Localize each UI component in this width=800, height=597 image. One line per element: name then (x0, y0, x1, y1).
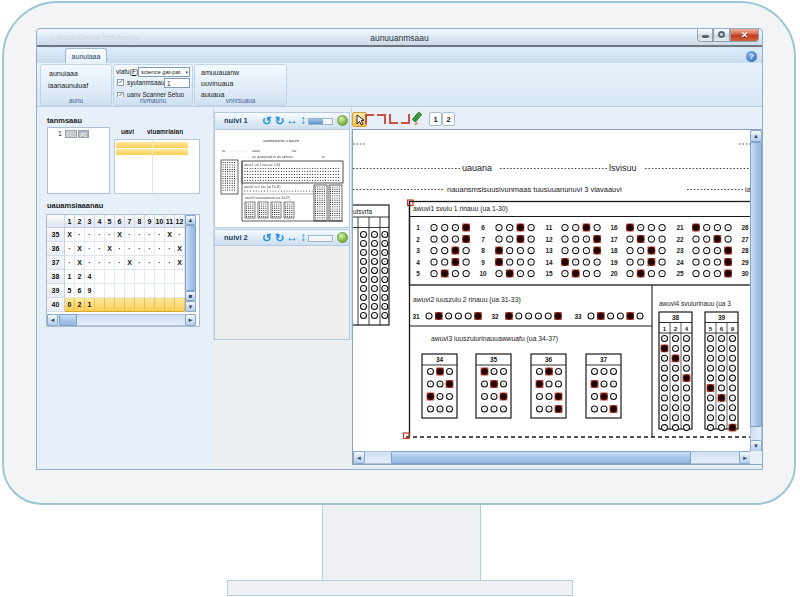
svg-text:13: 13 (545, 247, 553, 254)
svg-text:awuvi2 iuuszuiu 2 rinauu (ua 3: awuvi2 iuuszuiu 2 rinauu (ua 31-33) (413, 296, 521, 304)
svg-text:28: 28 (741, 247, 749, 254)
svg-text:33: 33 (574, 313, 582, 320)
svg-text:1: 1 (416, 224, 420, 231)
svg-text:lsvisuu: lsvisuu (609, 163, 637, 173)
svg-text:14: 14 (545, 259, 553, 266)
svg-text:awuvi3 iuuszuiurinauuawwuafu (: awuvi3 iuuszuiurinauuawwuafu (ua 34-37) (431, 335, 558, 343)
svg-text:31: 31 (412, 313, 420, 320)
svg-text:4: 4 (685, 325, 689, 332)
svg-text:15: 15 (545, 270, 553, 277)
svg-text:1: 1 (663, 325, 667, 332)
svg-text:9: 9 (731, 325, 735, 332)
svg-text:30: 30 (741, 270, 749, 277)
svg-text:36: 36 (545, 356, 553, 363)
svg-text:awuvi2 uu 2 nau (ua 31-33): awuvi2 uu 2 nau (ua 31-33) (244, 185, 281, 189)
svg-text:24: 24 (676, 259, 684, 266)
svg-text:awuvi3 uunauawwuafu (ua 34-37): awuvi3 uunauawwuafu (ua 34-37) (245, 196, 290, 200)
svg-text:4: 4 (416, 259, 420, 266)
svg-text:awuvi1 svuiu 1 rinauu (ua 1-30: awuvi1 svuiu 1 rinauu (ua 1-30) (413, 205, 508, 213)
svg-text:3: 3 (416, 247, 420, 254)
svg-text:tuv: tuv (292, 149, 297, 153)
svg-text:6: 6 (720, 325, 724, 332)
svg-text:21: 21 (676, 224, 684, 231)
svg-text:12: 12 (545, 236, 553, 243)
svg-text:23: 23 (676, 247, 684, 254)
svg-text:6: 6 (481, 224, 485, 231)
svg-text:5: 5 (416, 270, 420, 277)
svg-text:utsvrfa: utsvrfa (353, 208, 373, 215)
svg-text:20: 20 (610, 270, 618, 277)
svg-text:19: 19 (610, 259, 618, 266)
svg-text:ia: ia (322, 155, 325, 159)
svg-text:awuvi1 suu 1 nau (ua 1-30): awuvi1 suu 1 nau (ua 1-30) (244, 163, 280, 167)
svg-text:35: 35 (490, 356, 498, 363)
svg-text:2: 2 (674, 325, 678, 332)
svg-text:7: 7 (481, 236, 485, 243)
svg-text:uaua: uaua (252, 149, 260, 153)
svg-text:9: 9 (481, 259, 485, 266)
svg-text:8: 8 (481, 247, 485, 254)
svg-text:nauansmsisuusivunmaas tuusuua: nauansmsisuusivunmaas tuusuuanunuvi 3 vi… (447, 185, 622, 194)
svg-text:37: 37 (600, 356, 608, 363)
svg-text:18: 18 (610, 247, 618, 254)
svg-text:29: 29 (741, 259, 749, 266)
svg-text:17: 17 (610, 236, 618, 243)
svg-text:38: 38 (672, 314, 680, 321)
svg-text:39: 39 (718, 314, 726, 321)
svg-text:26: 26 (741, 224, 749, 231)
svg-text:uauana: uauana (462, 163, 492, 173)
svg-text:10: 10 (479, 270, 487, 277)
svg-text:34: 34 (436, 356, 444, 363)
svg-text:aanwsnunw u aaum: aanwsnunw u aaum (263, 138, 299, 143)
svg-text:11: 11 (546, 224, 553, 231)
svg-text:awuvi4 svuiurinauu (ua 3: awuvi4 svuiurinauu (ua 3 (659, 300, 731, 308)
svg-text:2: 2 (416, 236, 420, 243)
svg-text:ta: ta (222, 149, 225, 153)
svg-text:27: 27 (741, 236, 749, 243)
svg-text:5: 5 (709, 325, 713, 332)
svg-text:uu uuunjnusd tu da atmiuiu: uu uuunjnusd tu da atmiuiu (252, 155, 293, 159)
svg-text:25: 25 (676, 270, 684, 277)
svg-text:22: 22 (676, 236, 684, 243)
svg-text:32: 32 (491, 313, 499, 320)
svg-text:16: 16 (610, 224, 618, 231)
